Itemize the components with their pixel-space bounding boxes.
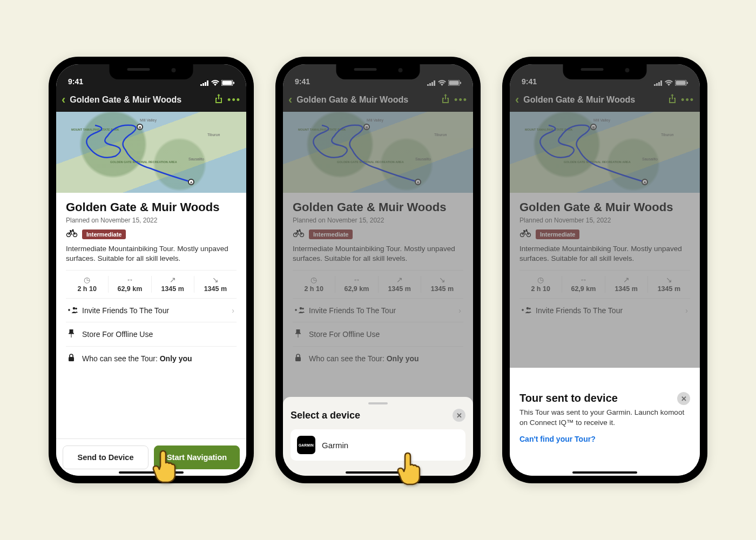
sheet-title: Select a device [291, 410, 360, 421]
descent-icon: ↘ [212, 276, 219, 284]
stat-duration: ◷2 h 10 [66, 276, 109, 293]
tour-content: Golden Gate & Muir Woods Planned on Nove… [56, 193, 246, 373]
phone-2: 9:41 ‹ Golden Gate & Muir Woods ••• Mill… [275, 57, 481, 483]
tour-title: Golden Gate & Muir Woods [66, 200, 237, 214]
add-friends-icon [68, 306, 82, 315]
stat-descent: ↘1345 m [194, 276, 237, 293]
offline-label: Store For Offline Use [82, 330, 234, 339]
svg-rect-1 [202, 83, 204, 86]
back-button[interactable]: ‹ [62, 93, 65, 107]
nav-bar: ‹ Golden Gate & Muir Woods ••• [56, 88, 246, 112]
invite-label: Invite Friends To The Tour [82, 306, 232, 315]
modal-overlay[interactable] [510, 64, 700, 368]
wifi-icon [211, 80, 219, 86]
phone-notch [563, 64, 647, 79]
tour-map[interactable]: Mill Valley Tiburon Sausalito MOUNT TAMA… [56, 112, 246, 193]
tour-planned-date: Planned on November 15, 2022 [66, 217, 237, 224]
status-icons [200, 80, 234, 86]
signal-icon [200, 80, 209, 86]
garmin-logo-icon: GARMIN [297, 436, 315, 454]
screen: 9:41 ‹ Golden Gate & Muir Woods ••• Mill… [283, 64, 473, 476]
route-line: Mill Valley Tiburon Sausalito MOUNT TAMA… [56, 112, 246, 193]
privacy-row[interactable]: Who can see the Tour: Only you [66, 347, 237, 370]
home-indicator[interactable] [346, 471, 410, 474]
tour-stats: ◷2 h 10 ↔62,9 km ↗1345 m ↘1345 m [66, 270, 237, 299]
stat-distance: ↔62,9 km [109, 276, 151, 293]
lock-icon [68, 354, 82, 363]
difficulty-badge: Intermediate [82, 230, 126, 239]
toast-help-link[interactable]: Can't find your Tour? [519, 435, 690, 443]
svg-rect-2 [205, 82, 206, 86]
ascent-icon: ↗ [170, 276, 176, 284]
close-toast-button[interactable]: ✕ [677, 392, 690, 405]
pin-icon [68, 329, 82, 339]
svg-text:Sausalito: Sausalito [188, 157, 204, 161]
device-name-label: Garmin [322, 441, 348, 450]
bike-icon [66, 228, 78, 240]
svg-rect-0 [200, 84, 202, 86]
svg-point-19 [73, 307, 76, 310]
close-sheet-button[interactable]: ✕ [453, 409, 465, 422]
stat-ascent: ↗1345 m [152, 276, 194, 293]
svg-text:B: B [139, 126, 141, 129]
clock-icon: ◷ [84, 276, 90, 284]
more-button[interactable]: ••• [227, 94, 241, 106]
send-to-device-button[interactable]: Send to Device [63, 446, 148, 469]
battery-icon [221, 80, 234, 86]
svg-text:Tiburon: Tiburon [207, 133, 220, 137]
phone-3: 9:41 ‹ Golden Gate & Muir Woods ••• Mill… [502, 57, 707, 483]
privacy-label: Who can see the Tour: Only you [82, 354, 234, 363]
tour-sent-toast: Tour sent to device ✕ This Tour was sent… [510, 382, 700, 476]
svg-text:A: A [190, 181, 193, 184]
phone-1: 9:41 ‹ Golden Gate & Muir Woods ••• Mill… [49, 57, 254, 483]
status-time: 9:41 [68, 77, 83, 86]
svg-point-20 [75, 308, 77, 310]
device-garmin-row[interactable]: GARMIN Garmin [291, 429, 465, 461]
nav-title: Golden Gate & Muir Woods [70, 95, 210, 105]
svg-rect-21 [69, 357, 74, 361]
store-offline-row[interactable]: Store For Offline Use [66, 322, 237, 347]
svg-text:GOLDEN GATE NATIONAL RECREATIO: GOLDEN GATE NATIONAL RECREATION AREA [110, 160, 177, 164]
chevron-right-icon: › [232, 306, 234, 315]
svg-point-18 [72, 230, 74, 231]
phone-notch [336, 64, 420, 79]
svg-rect-3 [207, 80, 208, 86]
screen: 9:41 ‹ Golden Gate & Muir Woods ••• Mill… [510, 64, 700, 476]
home-indicator[interactable] [572, 471, 637, 474]
device-select-sheet: Select a device ✕ GARMIN Garmin [283, 397, 473, 476]
start-navigation-button[interactable]: Start Navigation [154, 446, 240, 469]
screen: 9:41 ‹ Golden Gate & Muir Woods ••• Mill… [56, 64, 246, 476]
bottom-action-bar: Send to Device Start Navigation [56, 438, 246, 476]
toast-title: Tour sent to device [519, 392, 618, 404]
tour-description: Intermediate Mountainbiking Tour. Mostly… [66, 244, 237, 264]
share-button[interactable] [214, 94, 223, 106]
distance-icon: ↔ [126, 276, 133, 284]
toast-body: This Tour was sent to your Garmin. Launc… [519, 408, 690, 428]
invite-friends-row[interactable]: Invite Friends To The Tour › [66, 299, 237, 322]
home-indicator[interactable] [119, 471, 184, 474]
svg-rect-5 [222, 81, 232, 85]
phone-notch [110, 64, 193, 79]
sheet-handle[interactable] [368, 402, 388, 404]
svg-text:Mill Valley: Mill Valley [140, 118, 157, 123]
svg-rect-6 [233, 82, 234, 84]
